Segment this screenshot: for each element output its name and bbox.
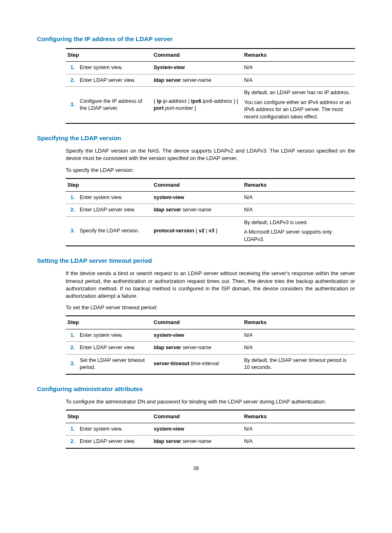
step-remarks: By default, the LDAP server timeout peri… [242,354,355,374]
body-paragraph: Specify the LDAP version on the NAS. The… [66,147,355,162]
step-number: 2. [66,74,78,87]
section-heading: Specifying the LDAP version [37,134,355,142]
step-number: 3. [66,87,78,124]
step-number: 1. [66,329,78,342]
table-row: 1.Enter system view.system-viewN/A [66,191,355,204]
step-command: protocol-version { v2 | v3 } [152,216,242,246]
step-command: system-view [152,329,242,342]
col-header-command: Command [152,178,242,192]
table-row: 2.Enter LDAP server view.ldap server ser… [66,436,355,448]
steps-table: StepCommandRemarks1.Enter system view.sy… [66,315,355,374]
step-description: Set the LDAP server timeout period. [78,354,152,374]
col-header-step: Step [66,178,152,192]
col-header-command: Command [152,49,242,62]
col-header-step: Step [66,410,152,423]
step-remarks: N/A [242,423,355,436]
step-number: 3. [66,216,78,246]
table-row: 1.Enter system view.System-viewN/A [66,62,355,74]
col-header-remarks: Remarks [242,178,355,192]
table-row: 2.Enter LDAP server view.ldap server ser… [66,342,355,355]
step-remarks: By default, an LDAP server has no IP add… [242,87,355,124]
step-remarks: N/A [242,342,355,355]
table-row: 3.Configure the IP address of the LDAP s… [66,87,355,124]
step-number: 1. [66,62,78,74]
body-paragraph: To specify the LDAP version: [66,167,355,174]
step-description: Configure the IP address of the LDAP ser… [78,87,152,124]
step-command: system-view [152,423,242,436]
step-remarks: N/A [242,204,355,217]
section-heading: Configuring the IP address of the LDAP s… [37,35,355,43]
step-number: 2. [66,342,78,355]
step-description: Enter LDAP server view. [78,204,152,217]
col-header-remarks: Remarks [242,410,355,423]
step-command: ldap server server-name [152,204,242,217]
step-description: Enter LDAP server view. [78,74,152,87]
step-command: system-view [152,191,242,204]
step-description: Enter LDAP server view. [78,436,152,448]
table-row: 3.Set the LDAP server timeout period.ser… [66,354,355,374]
table-row: 1.Enter system view.system-viewN/A [66,423,355,436]
step-number: 1. [66,191,78,204]
step-remarks: N/A [242,62,355,74]
step-command: ldap server server-name [152,436,242,448]
table-row: 2.Enter LDAP server view.ldap server ser… [66,204,355,217]
document-page: Configuring the IP address of the LDAP s… [37,35,355,449]
body-paragraph: To configure the administrator DN and pa… [66,398,355,406]
step-number: 2. [66,436,78,448]
step-description: Enter LDAP server view. [78,342,152,355]
step-remarks: N/A [242,74,355,87]
step-number: 3. [66,354,78,374]
steps-table: StepCommandRemarks1.Enter system view.Sy… [66,48,355,124]
step-command: ldap server server-name [152,74,242,87]
step-description: Enter system view. [78,62,152,74]
step-command: ldap server server-name [152,342,242,355]
step-description: Enter system view. [78,329,152,342]
step-description: Enter system view. [78,423,152,436]
body-paragraph: If the device sends a bind or search req… [66,270,355,300]
step-command: { ip ip-address | ipv6 ipv6-address } [ … [152,87,242,124]
col-header-command: Command [152,316,242,329]
col-header-remarks: Remarks [242,49,355,62]
table-row: 1.Enter system view.system-viewN/A [66,329,355,342]
col-header-command: Command [152,410,242,423]
step-command: server-timeout time-interval [152,354,242,374]
step-remarks: N/A [242,191,355,204]
step-remarks: N/A [242,436,355,448]
step-number: 1. [66,423,78,436]
steps-table: StepCommandRemarks1.Enter system view.sy… [66,410,355,449]
section-heading: Configuring administrator attributes [37,385,355,393]
step-remarks: By default, LDAPv3 is used.A Microsoft L… [242,216,355,246]
col-header-remarks: Remarks [242,316,355,329]
step-remarks: N/A [242,329,355,342]
section-heading: Setting the LDAP server timeout period [37,256,355,265]
step-number: 2. [66,204,78,217]
table-row: 3.Specify the LDAP version.protocol-vers… [66,216,355,246]
steps-table: StepCommandRemarks1.Enter system view.sy… [66,178,355,247]
step-description: Enter system view. [78,191,152,204]
step-command: System-view [152,62,242,74]
body-paragraph: To set the LDAP server timeout period: [66,304,355,311]
page-number: 39 [37,465,355,472]
col-header-step: Step [66,49,152,62]
table-row: 2.Enter LDAP server view.ldap server ser… [66,74,355,87]
col-header-step: Step [66,316,152,329]
step-description: Specify the LDAP version. [78,216,152,246]
